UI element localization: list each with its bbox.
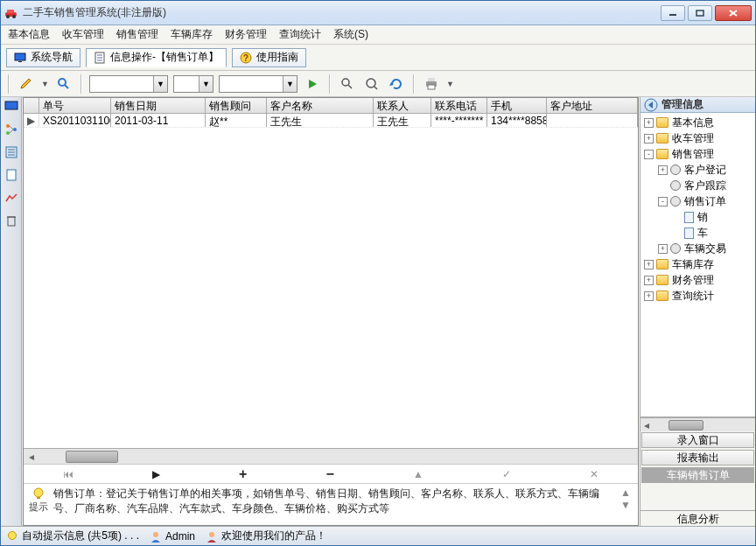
col-tel[interactable]: 联系电话 [431, 98, 487, 113]
user-icon [206, 530, 218, 542]
hint-box: 提示 销售订单：登记关于销售订单的相关事项，如销售单号、销售日期、销售顾问、客户… [24, 483, 638, 525]
menu-finance[interactable]: 财务管理 [225, 27, 267, 42]
lt-doc-icon[interactable] [4, 167, 19, 183]
user-icon [150, 530, 162, 542]
tab-guide[interactable]: ? 使用指南 [232, 48, 306, 67]
back-icon[interactable] [644, 98, 658, 112]
mgmt-tree[interactable]: +基本信息+收车管理-销售管理+客户登记客户跟踪-销售订单销车+车辆交易+车辆库… [640, 113, 755, 417]
cell-order-no: XS20110311001 [39, 114, 111, 127]
lt-trash-icon[interactable] [4, 213, 19, 228]
combo-2[interactable]: ▼ [173, 75, 214, 93]
col-consultant[interactable]: 销售顾问 [206, 98, 267, 113]
tree-item[interactable]: +客户登记 [640, 162, 755, 178]
table-row[interactable]: ▶ XS20110311001 2011-03-11 赵** 王先生 王先生 *… [24, 114, 638, 128]
right-h-scrollbar[interactable]: ◂ [640, 417, 755, 431]
menu-receive[interactable]: 收车管理 [62, 27, 104, 42]
folder-icon [656, 259, 668, 270]
menu-basic[interactable]: 基本信息 [8, 27, 50, 42]
tree-item[interactable]: 车 [640, 225, 755, 241]
tree-item[interactable]: 客户跟踪 [640, 178, 755, 193]
lt-chart-icon[interactable] [4, 190, 19, 206]
tree-item[interactable]: +车辆交易 [640, 241, 755, 256]
search-large-icon[interactable] [362, 74, 382, 94]
right-panel-header: 管理信息 [640, 97, 755, 113]
app-window: 二手车销售管理系统(非注册版) 基本信息 收车管理 销售管理 车辆库存 财务管理… [0, 0, 756, 546]
menu-query[interactable]: 查询统计 [279, 27, 321, 42]
body-area: 单号 销售日期 销售顾问 客户名称 联系人 联系电话 手机 客户地址 ▶ XS2… [1, 97, 755, 526]
tree-item[interactable]: +基本信息 [640, 115, 755, 130]
lt-tree-icon[interactable] [4, 122, 19, 137]
col-customer[interactable]: 客户名称 [267, 98, 374, 113]
maximize-button[interactable] [688, 5, 712, 21]
col-mobile[interactable]: 手机 [487, 98, 547, 113]
link-icon [670, 164, 681, 175]
grid-body[interactable]: ▶ XS20110311001 2011-03-11 赵** 王先生 王先生 *… [24, 114, 638, 448]
tree-item[interactable]: +收车管理 [640, 130, 755, 146]
hint-up-icon[interactable]: ▲ [620, 486, 633, 499]
left-toolstrip [1, 97, 22, 526]
tab-system-nav[interactable]: 系统导航 [6, 48, 80, 67]
btn-vehicle-order[interactable]: 车辆销售订单 [641, 467, 754, 483]
tree-item[interactable]: +财务管理 [640, 272, 755, 288]
play-icon[interactable] [303, 74, 322, 94]
col-sale-date[interactable]: 销售日期 [111, 98, 206, 113]
btn-info-analysis[interactable]: 信息分析 [640, 510, 755, 526]
tree-item[interactable]: 销 [640, 209, 755, 225]
titlebar: 二手车销售管理系统(非注册版) [1, 1, 755, 25]
btn-entry-window[interactable]: 录入窗口 [641, 432, 754, 448]
refresh-icon[interactable] [387, 74, 406, 94]
svg-point-44 [209, 532, 214, 537]
folder-icon [656, 275, 668, 285]
nav-prev-icon[interactable]: ▶ [152, 468, 160, 480]
nav-edit-icon[interactable]: ▲ [413, 468, 424, 480]
status-autohint-text: 自动提示信息 (共5项) . . . [22, 528, 139, 543]
print-icon[interactable] [422, 74, 441, 94]
search-small-icon[interactable] [338, 74, 357, 94]
tree-item[interactable]: -销售管理 [640, 146, 755, 162]
nav-remove-icon[interactable]: − [326, 466, 334, 482]
nav-cancel-icon[interactable]: ✕ [590, 468, 598, 480]
combo-1[interactable]: ▼ [89, 75, 168, 93]
svg-point-3 [12, 15, 16, 18]
tree-item[interactable]: +车辆库存 [640, 256, 755, 272]
grid-header: 单号 销售日期 销售顾问 客户名称 联系人 联系电话 手机 客户地址 [24, 98, 638, 114]
nav-add-icon[interactable]: + [239, 466, 247, 482]
tree-item-label: 销 [697, 210, 708, 225]
col-contact[interactable]: 联系人 [374, 98, 431, 113]
menu-stock[interactable]: 车辆库存 [171, 27, 213, 42]
folder-icon [656, 117, 668, 128]
col-address[interactable]: 客户地址 [547, 98, 638, 113]
svg-rect-5 [696, 10, 704, 16]
folder-icon [656, 290, 668, 301]
svg-rect-39 [37, 497, 40, 499]
btn-report-output[interactable]: 报表输出 [641, 450, 754, 466]
help-icon: ? [240, 52, 252, 64]
hint-down-icon[interactable]: ▼ [620, 499, 633, 511]
tree-item-label: 车辆交易 [684, 242, 726, 256]
status-user[interactable]: Admin [150, 530, 195, 542]
tab-sales-order[interactable]: 信息操作-【销售订单】 [86, 48, 227, 67]
lt-monitor-icon[interactable] [4, 99, 19, 115]
svg-line-17 [65, 85, 68, 88]
nav-check-icon[interactable]: ✓ [502, 468, 511, 480]
h-scrollbar[interactable]: ◂ [24, 448, 638, 464]
tree-item[interactable]: -销售订单 [640, 193, 755, 209]
minimize-button[interactable] [661, 5, 685, 21]
menu-sales[interactable]: 销售管理 [116, 27, 158, 42]
link-icon [670, 196, 681, 206]
svg-point-16 [59, 79, 66, 86]
edit-icon[interactable] [17, 74, 36, 94]
nav-first-icon[interactable]: ⏮ [63, 468, 74, 480]
combo-3[interactable]: ▼ [219, 75, 298, 93]
col-order-no[interactable]: 单号 [39, 98, 111, 113]
zoom-icon[interactable] [54, 74, 74, 94]
lt-list-icon[interactable] [4, 144, 19, 160]
status-autohint[interactable]: 自动提示信息 (共5项) . . . [6, 528, 139, 543]
svg-rect-9 [18, 61, 22, 62]
tree-item[interactable]: +查询统计 [640, 288, 755, 304]
menu-system[interactable]: 系统(S) [333, 27, 368, 42]
close-button[interactable] [715, 5, 752, 21]
tree-item-label: 车 [697, 226, 708, 241]
tree-item-label: 查询统计 [672, 289, 714, 304]
status-welcome-text: 欢迎使用我们的产品！ [221, 528, 326, 543]
